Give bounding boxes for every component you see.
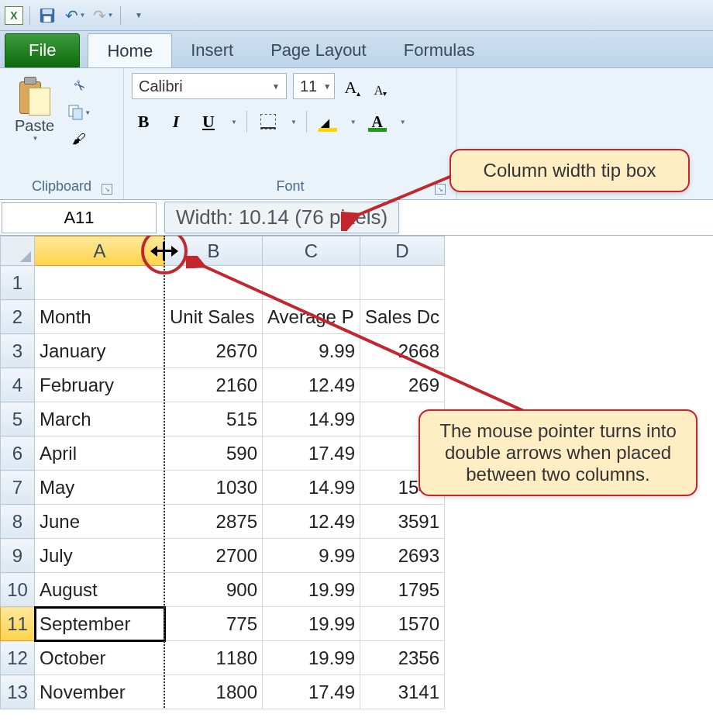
- column-header-d[interactable]: D: [360, 236, 445, 266]
- cell[interactable]: 2693: [360, 539, 445, 573]
- font-name-combo[interactable]: Calibri ▼: [132, 73, 287, 99]
- chevron-down-icon: ▼: [80, 12, 86, 19]
- cell[interactable]: 2160: [165, 368, 263, 402]
- cell[interactable]: 14.99: [263, 471, 360, 505]
- cut-button[interactable]: ✂: [67, 76, 91, 96]
- cell[interactable]: 9.99: [263, 334, 360, 368]
- column-header-c[interactable]: C: [263, 236, 360, 266]
- fill-color-button[interactable]: ◢: [316, 110, 339, 133]
- row-header[interactable]: 5: [1, 402, 35, 436]
- separator: [246, 111, 247, 133]
- cell[interactable]: Unit Sales: [165, 300, 263, 334]
- name-box[interactable]: A11: [2, 202, 157, 233]
- row-header[interactable]: 2: [1, 300, 35, 334]
- cell[interactable]: 3141: [360, 675, 445, 709]
- cell[interactable]: November: [35, 675, 165, 709]
- row-header[interactable]: 9: [1, 539, 35, 573]
- cell[interactable]: 1570: [360, 607, 445, 641]
- row-header[interactable]: 11: [1, 607, 35, 641]
- cell[interactable]: [263, 266, 360, 300]
- tab-home[interactable]: Home: [88, 33, 172, 67]
- bold-button[interactable]: B: [132, 110, 155, 133]
- cell[interactable]: February: [35, 368, 165, 402]
- redo-button[interactable]: ↷▼: [92, 5, 114, 26]
- cell[interactable]: 775: [165, 607, 263, 641]
- undo-button[interactable]: ↶▼: [64, 5, 86, 26]
- cell[interactable]: 515: [165, 402, 263, 436]
- underline-button[interactable]: U: [197, 110, 220, 133]
- row-header[interactable]: 3: [1, 334, 35, 368]
- cell[interactable]: July: [35, 539, 165, 573]
- cell[interactable]: 1800: [165, 675, 263, 709]
- cell[interactable]: [360, 266, 445, 300]
- cell[interactable]: 1180: [165, 641, 263, 675]
- cell[interactable]: 2356: [360, 641, 445, 675]
- cell[interactable]: 900: [165, 573, 263, 607]
- format-painter-button[interactable]: 🖌: [67, 129, 91, 149]
- ribbon-tabs: File Home Insert Page Layout Formulas: [0, 31, 713, 68]
- italic-button[interactable]: I: [164, 110, 188, 133]
- cell[interactable]: Month: [35, 300, 165, 334]
- chevron-down-icon: ▼: [108, 12, 114, 19]
- column-header-b[interactable]: B: [165, 236, 263, 266]
- cell[interactable]: 9.99: [263, 539, 360, 573]
- decrease-font-size-button[interactable]: A▾: [369, 74, 392, 98]
- row-header[interactable]: 1: [1, 266, 35, 300]
- tab-formulas[interactable]: Formulas: [385, 33, 494, 67]
- cell[interactable]: 2875: [165, 505, 263, 539]
- tab-file[interactable]: File: [5, 33, 80, 67]
- cell[interactable]: 12.49: [263, 368, 360, 402]
- cell[interactable]: 3591: [360, 505, 445, 539]
- tab-page-layout[interactable]: Page Layout: [252, 33, 385, 67]
- cell[interactable]: [165, 266, 263, 300]
- cell[interactable]: 14.99: [263, 402, 360, 436]
- row-header[interactable]: 8: [1, 505, 35, 539]
- fill-icon: ◢: [319, 113, 337, 130]
- font-color-button[interactable]: A: [366, 110, 389, 133]
- paste-button[interactable]: Paste ▼: [8, 73, 61, 146]
- cell[interactable]: 19.99: [263, 641, 360, 675]
- row-header[interactable]: 6: [1, 436, 35, 471]
- column-header-a[interactable]: A: [35, 236, 165, 266]
- select-all-corner[interactable]: [1, 236, 35, 266]
- cell[interactable]: 17.49: [263, 436, 360, 471]
- cell[interactable]: 17.49: [263, 675, 360, 709]
- cell[interactable]: 1030: [165, 471, 263, 505]
- row-header[interactable]: 4: [1, 368, 35, 402]
- cell[interactable]: May: [35, 471, 165, 505]
- cell[interactable]: 2700: [165, 539, 263, 573]
- row-header[interactable]: 7: [1, 471, 35, 505]
- row-header[interactable]: 13: [1, 675, 35, 709]
- cell[interactable]: 590: [165, 436, 263, 471]
- chevron-down-icon: ▼: [33, 135, 39, 142]
- cell[interactable]: August: [35, 573, 165, 607]
- cell[interactable]: 19.99: [263, 573, 360, 607]
- cell[interactable]: 269: [360, 368, 445, 402]
- cell[interactable]: 2668: [360, 334, 445, 368]
- cell[interactable]: 2670: [165, 334, 263, 368]
- chevron-down-icon: ▼: [266, 82, 280, 91]
- cell[interactable]: September: [35, 607, 165, 641]
- copy-button[interactable]: ▼: [67, 102, 91, 122]
- cell[interactable]: April: [35, 436, 165, 471]
- cell[interactable]: 12.49: [263, 505, 360, 539]
- tab-insert[interactable]: Insert: [172, 33, 252, 67]
- save-button[interactable]: [36, 5, 58, 26]
- cell[interactable]: Average P: [263, 300, 360, 334]
- cell[interactable]: Sales Dc: [360, 300, 445, 334]
- row-header[interactable]: 12: [1, 641, 35, 675]
- dialog-launcher-icon[interactable]: ↘: [435, 184, 446, 195]
- cell[interactable]: 19.99: [263, 607, 360, 641]
- cell[interactable]: January: [35, 334, 165, 368]
- cell[interactable]: [35, 266, 165, 300]
- customize-qat-button[interactable]: ▼: [127, 5, 149, 26]
- dialog-launcher-icon[interactable]: ↘: [102, 184, 112, 195]
- cell[interactable]: March: [35, 402, 165, 436]
- cell[interactable]: 1795: [360, 573, 445, 607]
- font-size-combo[interactable]: 11 ▼: [293, 73, 335, 99]
- cell[interactable]: October: [35, 641, 165, 675]
- borders-button[interactable]: [257, 110, 280, 133]
- increase-font-size-button[interactable]: A▴: [341, 74, 364, 98]
- cell[interactable]: June: [35, 505, 165, 539]
- row-header[interactable]: 10: [1, 573, 35, 607]
